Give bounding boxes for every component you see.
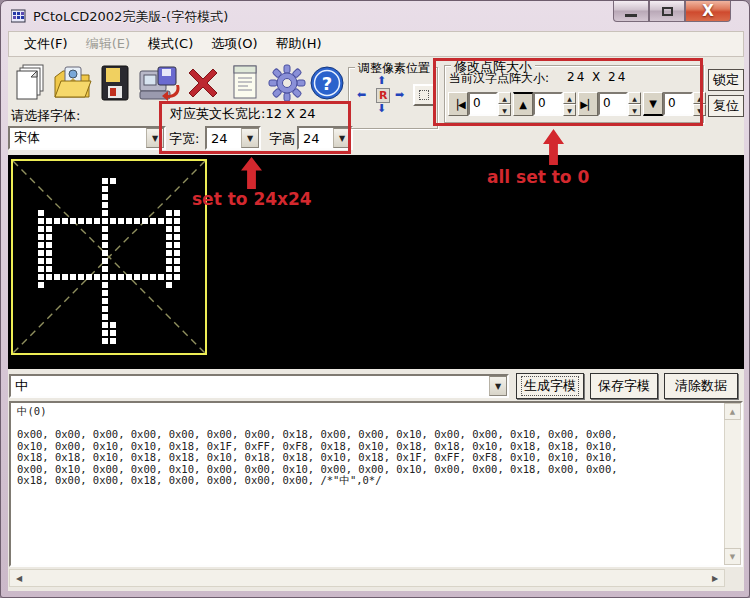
pixel-cell[interactable] — [102, 330, 108, 336]
pixel-cell[interactable] — [38, 258, 44, 264]
pixel-cell[interactable] — [166, 242, 172, 248]
open-file-button[interactable] — [52, 61, 94, 105]
title-bar[interactable]: PCtoLCD2002完美版-(字符模式) X — [1, 1, 749, 31]
pixel-cell[interactable] — [174, 218, 180, 224]
character-input-dropdown-arrow[interactable]: ▼ — [489, 376, 507, 396]
pixel-cell[interactable] — [102, 226, 108, 232]
pixel-cell[interactable] — [38, 226, 44, 232]
pixel-cell[interactable] — [166, 250, 172, 256]
font-data-output[interactable]: 中(0) 0x00, 0x00, 0x00, 0x00, 0x00, 0x00,… — [9, 401, 743, 567]
character-input-combobox[interactable]: 中 ▼ — [9, 374, 509, 398]
pixel-cell[interactable] — [78, 218, 84, 224]
maximize-button[interactable] — [649, 1, 685, 22]
pixel-cell[interactable] — [174, 258, 180, 264]
pixel-cell[interactable] — [102, 306, 108, 312]
pixel-cell[interactable] — [110, 178, 116, 184]
pixel-cell[interactable] — [142, 218, 148, 224]
scroll-right-icon[interactable]: ▶ — [706, 570, 724, 586]
pixel-cell[interactable] — [102, 250, 108, 256]
pixel-cell[interactable] — [166, 234, 172, 240]
pixel-cell[interactable] — [86, 218, 92, 224]
pixel-cell[interactable] — [102, 282, 108, 288]
lcd-editor-canvas[interactable] — [8, 155, 744, 369]
settings-button[interactable] — [266, 61, 308, 105]
lock-button[interactable]: 锁定 — [708, 69, 744, 91]
top-edge-spin-down[interactable]: ▼ — [563, 104, 576, 116]
generate-font-button[interactable]: 生成字模 — [516, 373, 584, 399]
pixel-cell[interactable] — [94, 218, 100, 224]
pixel-cell[interactable] — [70, 274, 76, 280]
pixel-cell[interactable] — [38, 242, 44, 248]
menu-mode[interactable]: 模式(C) — [139, 32, 202, 56]
pixel-cell[interactable] — [102, 338, 108, 344]
new-file-button[interactable] — [10, 61, 52, 105]
menu-file[interactable]: 文件(F) — [15, 32, 77, 56]
notes-button[interactable] — [224, 61, 266, 105]
delete-button[interactable] — [182, 61, 224, 105]
pixel-cell[interactable] — [142, 274, 148, 280]
char-width-combobox[interactable]: 24 ▼ — [205, 126, 261, 150]
save-button[interactable] — [94, 61, 136, 105]
horizontal-scrollbar[interactable]: ◀ ▶ — [9, 569, 725, 587]
pixel-cell[interactable] — [54, 274, 60, 280]
bottom-edge-spin-up[interactable]: ▲ — [693, 92, 706, 104]
pixel-cell[interactable] — [118, 274, 124, 280]
pixel-cell[interactable] — [62, 274, 68, 280]
pixel-cell[interactable] — [110, 322, 116, 328]
save-to-device-button[interactable] — [138, 61, 180, 105]
pixel-cell[interactable] — [54, 218, 60, 224]
pixel-cell[interactable] — [46, 266, 52, 272]
pixel-cell[interactable] — [174, 210, 180, 216]
pixel-cell[interactable] — [174, 234, 180, 240]
char-height-combobox[interactable]: 24 ▼ — [297, 126, 353, 150]
pixel-cell[interactable] — [110, 338, 116, 344]
top-edge-icon[interactable]: ▲ — [513, 92, 533, 116]
pixel-cell[interactable] — [110, 218, 116, 224]
scroll-left-icon[interactable]: ◀ — [10, 570, 28, 586]
pixel-cell[interactable] — [102, 194, 108, 200]
move-down-icon[interactable]: ⬇ — [377, 102, 386, 115]
vertical-scrollbar[interactable]: ▲ ▼ — [724, 403, 741, 565]
pixel-cell[interactable] — [102, 258, 108, 264]
left-edge-icon[interactable]: ▕◀ — [448, 92, 468, 116]
save-font-button[interactable]: 保存字模 — [590, 373, 658, 399]
pixel-cell[interactable] — [166, 274, 172, 280]
pixel-cell[interactable] — [46, 226, 52, 232]
pixel-cell[interactable] — [102, 210, 108, 216]
reset-button[interactable]: 复位 — [708, 95, 744, 117]
pixel-cell[interactable] — [150, 218, 156, 224]
pixel-cell[interactable] — [102, 298, 108, 304]
pixel-cell[interactable] — [62, 218, 68, 224]
bottom-edge-value[interactable]: 0 — [663, 92, 693, 116]
pixel-cell[interactable] — [38, 218, 44, 224]
minimize-button[interactable] — [613, 1, 649, 22]
pixel-cell[interactable] — [158, 218, 164, 224]
pixel-cell[interactable] — [102, 322, 108, 328]
pixel-cell[interactable] — [174, 226, 180, 232]
top-edge-value[interactable]: 0 — [533, 92, 563, 116]
pixel-cell[interactable] — [38, 282, 44, 288]
pixel-grid[interactable] — [13, 161, 205, 353]
pixel-cell[interactable] — [46, 274, 52, 280]
menu-options[interactable]: 选项(O) — [202, 32, 266, 56]
pixel-cell[interactable] — [46, 218, 52, 224]
pixel-cell[interactable] — [174, 274, 180, 280]
pixel-cell[interactable] — [38, 234, 44, 240]
pixel-cell[interactable] — [102, 266, 108, 272]
right-edge-value[interactable]: 0 — [598, 92, 628, 116]
close-button[interactable]: X — [685, 1, 731, 22]
pixel-cell[interactable] — [166, 258, 172, 264]
pixel-cell[interactable] — [38, 274, 44, 280]
pixel-cell[interactable] — [86, 274, 92, 280]
reset-position-button[interactable]: R — [376, 88, 390, 103]
center-pixels-button[interactable] — [413, 84, 435, 106]
bottom-edge-icon[interactable]: ▼ — [643, 92, 663, 116]
pixel-cell[interactable] — [38, 266, 44, 272]
pixel-cell[interactable] — [134, 218, 140, 224]
pixel-cell[interactable] — [102, 178, 108, 184]
move-up-icon[interactable]: ⬆ — [377, 74, 386, 87]
pixel-cell[interactable] — [166, 266, 172, 272]
pixel-cell[interactable] — [126, 274, 132, 280]
pixel-cell[interactable] — [166, 218, 172, 224]
pixel-cell[interactable] — [118, 218, 124, 224]
